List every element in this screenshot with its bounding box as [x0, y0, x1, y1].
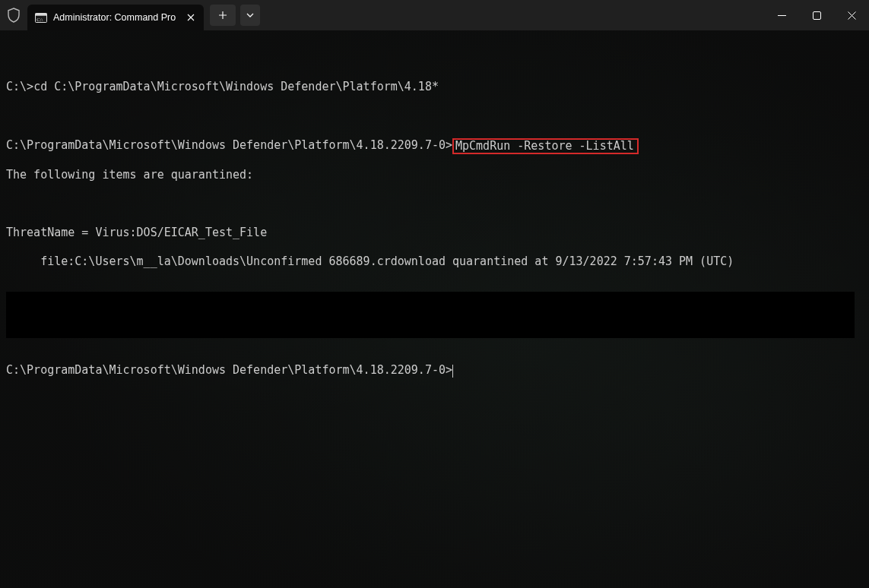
cursor — [452, 365, 453, 378]
tab-actions — [210, 5, 260, 26]
terminal-line — [6, 51, 863, 65]
shield-icon — [0, 0, 27, 30]
svg-rect-1 — [36, 13, 47, 15]
terminal-line: C:\ProgramData\Microsoft\Windows Defende… — [6, 363, 863, 378]
tab-close-button[interactable] — [182, 9, 199, 26]
window-controls — [764, 0, 869, 30]
tab-dropdown-button[interactable] — [240, 5, 260, 26]
terminal-line: The following items are quarantined: — [6, 168, 863, 182]
new-tab-button[interactable] — [210, 5, 236, 26]
terminal-line: C:\ProgramData\Microsoft\Windows Defende… — [6, 138, 863, 153]
active-tab[interactable]: C:\ Administrator: Command Pro — [27, 5, 204, 30]
svg-rect-3 — [813, 11, 820, 19]
terminal-line — [6, 109, 863, 123]
prompt: C:\> — [6, 80, 33, 93]
command-text: cd C:\ProgramData\Microsoft\Windows Defe… — [33, 80, 439, 93]
terminal-line: file:C:\Users\m__la\Downloads\Unconfirme… — [6, 254, 863, 269]
cmd-icon: C:\ — [35, 11, 47, 24]
terminal-line: C:\>cd C:\ProgramData\Microsoft\Windows … — [6, 80, 863, 94]
highlighted-command: MpCmdRun -Restore -ListAll — [452, 138, 639, 154]
tab-title: Administrator: Command Pro — [53, 12, 176, 23]
minimize-button[interactable] — [764, 0, 799, 30]
terminal-content[interactable]: C:\>cd C:\ProgramData\Microsoft\Windows … — [0, 30, 869, 398]
terminal-line — [6, 197, 863, 211]
close-button[interactable] — [834, 0, 869, 30]
svg-text:C:\: C:\ — [36, 16, 43, 21]
terminal-line: ThreatName = Virus:DOS/EICAR_Test_File — [6, 226, 863, 240]
redacted-block — [6, 292, 855, 338]
prompt: C:\ProgramData\Microsoft\Windows Defende… — [6, 138, 452, 152]
maximize-button[interactable] — [799, 0, 834, 30]
prompt: C:\ProgramData\Microsoft\Windows Defende… — [6, 363, 452, 377]
titlebar[interactable]: C:\ Administrator: Command Pro — [0, 0, 869, 30]
